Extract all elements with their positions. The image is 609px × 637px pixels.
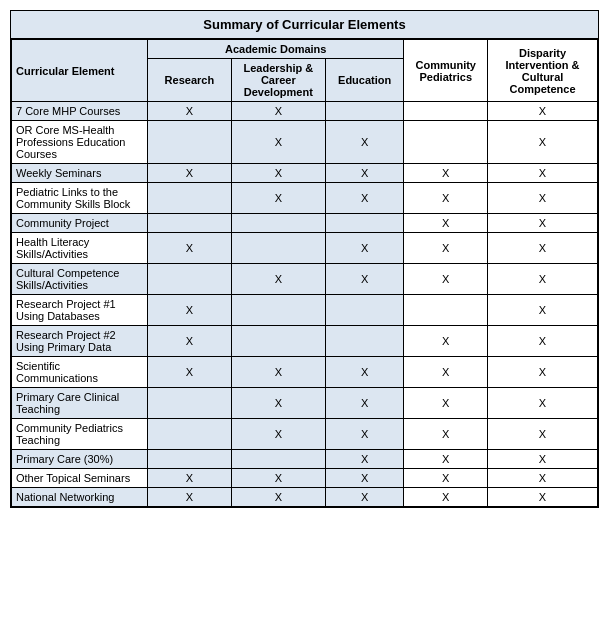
x-cell: X: [325, 164, 403, 183]
table-row: Primary Care Clinical TeachingXXXX: [12, 388, 598, 419]
element-cell: 7 Core MHP Courses: [12, 102, 148, 121]
x-cell: X: [325, 357, 403, 388]
leadership-header: Leadership & Career Development: [231, 59, 325, 102]
x-cell: X: [325, 121, 403, 164]
x-cell: [231, 326, 325, 357]
x-cell: [231, 450, 325, 469]
x-cell: X: [404, 326, 488, 357]
x-cell: X: [148, 233, 232, 264]
element-header: Curricular Element: [12, 40, 148, 102]
x-cell: X: [325, 488, 403, 507]
table-row: Research Project #2 Using Primary DataXX…: [12, 326, 598, 357]
x-cell: X: [488, 388, 598, 419]
x-cell: X: [148, 357, 232, 388]
element-cell: Community Pediatrics Teaching: [12, 419, 148, 450]
x-cell: X: [231, 469, 325, 488]
x-cell: X: [488, 264, 598, 295]
x-cell: X: [325, 388, 403, 419]
x-cell: [231, 233, 325, 264]
element-cell: Research Project #2 Using Primary Data: [12, 326, 148, 357]
element-cell: Primary Care Clinical Teaching: [12, 388, 148, 419]
table-row: Weekly SeminarsXXXXX: [12, 164, 598, 183]
x-cell: X: [488, 488, 598, 507]
x-cell: X: [231, 264, 325, 295]
x-cell: X: [488, 214, 598, 233]
element-cell: Community Project: [12, 214, 148, 233]
x-cell: [231, 214, 325, 233]
element-cell: Pediatric Links to the Community Skills …: [12, 183, 148, 214]
x-cell: X: [488, 183, 598, 214]
x-cell: X: [231, 419, 325, 450]
element-cell: Weekly Seminars: [12, 164, 148, 183]
x-cell: X: [488, 121, 598, 164]
table-row: Other Topical SeminarsXXXXX: [12, 469, 598, 488]
element-cell: Health Literacy Skills/Activities: [12, 233, 148, 264]
x-cell: X: [148, 102, 232, 121]
x-cell: X: [231, 357, 325, 388]
x-cell: X: [404, 469, 488, 488]
table-row: Primary Care (30%)XXX: [12, 450, 598, 469]
element-cell: Cultural Competence Skills/Activities: [12, 264, 148, 295]
element-cell: Research Project #1 Using Databases: [12, 295, 148, 326]
x-cell: [148, 388, 232, 419]
x-cell: X: [488, 469, 598, 488]
x-cell: X: [488, 326, 598, 357]
element-cell: Other Topical Seminars: [12, 469, 148, 488]
x-cell: [404, 121, 488, 164]
community-header: Community Pediatrics: [404, 40, 488, 102]
x-cell: X: [488, 450, 598, 469]
x-cell: X: [148, 164, 232, 183]
x-cell: X: [488, 233, 598, 264]
element-cell: Scientific Communications: [12, 357, 148, 388]
x-cell: X: [404, 450, 488, 469]
x-cell: X: [404, 419, 488, 450]
table-row: Research Project #1 Using DatabasesXX: [12, 295, 598, 326]
x-cell: X: [404, 357, 488, 388]
x-cell: X: [488, 102, 598, 121]
x-cell: [148, 450, 232, 469]
x-cell: X: [231, 488, 325, 507]
element-cell: National Networking: [12, 488, 148, 507]
x-cell: [325, 102, 403, 121]
x-cell: [404, 295, 488, 326]
table-row: Cultural Competence Skills/ActivitiesXXX…: [12, 264, 598, 295]
x-cell: [231, 295, 325, 326]
x-cell: [148, 183, 232, 214]
x-cell: X: [325, 469, 403, 488]
element-cell: Primary Care (30%): [12, 450, 148, 469]
table-title: Summary of Curricular Elements: [11, 11, 598, 39]
research-header: Research: [148, 59, 232, 102]
x-cell: X: [148, 488, 232, 507]
x-cell: X: [325, 264, 403, 295]
x-cell: [325, 214, 403, 233]
table-row: National NetworkingXXXXX: [12, 488, 598, 507]
x-cell: X: [404, 488, 488, 507]
x-cell: X: [148, 295, 232, 326]
x-cell: [148, 121, 232, 164]
disparity-header: Disparity Intervention & Cultural Compet…: [488, 40, 598, 102]
x-cell: X: [404, 164, 488, 183]
table-row: Health Literacy Skills/ActivitiesXXXX: [12, 233, 598, 264]
table-row: Scientific CommunicationsXXXXX: [12, 357, 598, 388]
header-row-1: Curricular Element Academic Domains Comm…: [12, 40, 598, 59]
x-cell: X: [231, 164, 325, 183]
x-cell: X: [231, 121, 325, 164]
table-row: Community Pediatrics TeachingXXXX: [12, 419, 598, 450]
x-cell: [148, 264, 232, 295]
academic-domains-header: Academic Domains: [148, 40, 404, 59]
x-cell: X: [488, 164, 598, 183]
x-cell: X: [325, 233, 403, 264]
table-row: 7 Core MHP CoursesXXX: [12, 102, 598, 121]
x-cell: X: [231, 388, 325, 419]
x-cell: X: [404, 233, 488, 264]
table-row: Pediatric Links to the Community Skills …: [12, 183, 598, 214]
x-cell: X: [488, 357, 598, 388]
main-container: Summary of Curricular Elements Curricula…: [10, 10, 599, 508]
education-header: Education: [325, 59, 403, 102]
table-row: OR Core MS-Health Professions Education …: [12, 121, 598, 164]
x-cell: X: [148, 326, 232, 357]
x-cell: X: [231, 102, 325, 121]
element-cell: OR Core MS-Health Professions Education …: [12, 121, 148, 164]
x-cell: X: [325, 450, 403, 469]
table-row: Community ProjectXX: [12, 214, 598, 233]
